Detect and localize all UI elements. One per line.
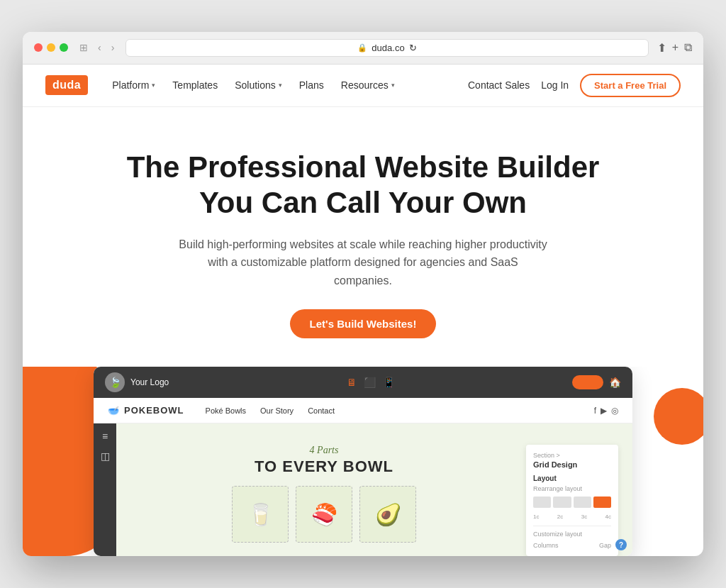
bowl-tagline: 4 Parts	[145, 445, 503, 456]
pokebowl-nav-link-3[interactable]: Contact	[308, 406, 335, 415]
browser-actions: ⬆ + ⧉	[657, 41, 692, 55]
nav-templates-label: Templates	[172, 79, 218, 91]
layout-cell-3col[interactable]	[574, 497, 591, 508]
traffic-light-yellow[interactable]	[47, 43, 55, 52]
nav-links: Platform ▾ Templates Solutions ▾ Plans R…	[105, 75, 468, 95]
panel-layout-label: Layout	[533, 475, 611, 482]
orange-pill-toggle[interactable]	[572, 375, 603, 389]
new-tab-icon[interactable]: +	[672, 41, 678, 55]
start-trial-button[interactable]: Start a Free Trial	[580, 74, 681, 97]
address-bar[interactable]: 🔒 duda.co ↻	[125, 39, 648, 57]
forward-button[interactable]: ›	[108, 40, 118, 55]
panel-breadcrumb: Section >	[533, 452, 611, 459]
nav-solutions[interactable]: Solutions ▾	[228, 75, 289, 95]
chevron-down-icon: ▾	[391, 82, 395, 89]
layout-cell-1col[interactable]	[533, 497, 551, 508]
headline-line2: You Can Call Your Own	[199, 186, 527, 219]
panel-columns-gap-row: Columns Gap	[533, 542, 611, 549]
mockup-device-icons: 🖥 ⬛ 📱	[347, 377, 395, 388]
mockup-chrome: 🍃 Your Logo 🖥 ⬛ 📱 🏠	[94, 367, 632, 398]
browser-controls: ⊞ ‹ ›	[77, 40, 117, 55]
nav-solutions-label: Solutions	[235, 79, 276, 91]
instagram-icon[interactable]: ◎	[611, 406, 618, 416]
mockup-right-icons: 🏠	[572, 375, 621, 389]
bowl-item-2: 🍣	[296, 486, 352, 543]
nav-platform-label: Platform	[112, 79, 149, 91]
panel-gap-label: Gap	[599, 542, 611, 549]
traffic-light-red[interactable]	[34, 43, 43, 52]
tablet-icon[interactable]: ⬛	[364, 377, 376, 388]
lock-icon: 🔒	[357, 43, 367, 52]
nav-platform[interactable]: Platform ▾	[105, 75, 162, 95]
mockup-nav: 🥣 POKEBOWL Poké Bowls Our Story Contact …	[94, 398, 632, 423]
panel-columns-label: Columns	[533, 542, 559, 549]
nav-right: Contact Sales Log In Start a Free Trial	[468, 74, 681, 97]
orange-blob-right	[654, 388, 703, 445]
mockup-main: 4 Parts TO EVERY BOWL 🥛 🍣 🥑	[130, 438, 518, 556]
help-button[interactable]: ?	[615, 539, 627, 550]
share-icon[interactable]: ⬆	[657, 41, 666, 55]
browser-mockup: 🍃 Your Logo 🖥 ⬛ 📱 🏠 🥣 POKEBOWL	[94, 367, 632, 556]
mockup-logo-area: 🍃 Your Logo	[105, 372, 169, 392]
pokebowl-social-icons: f ▶ ◎	[594, 406, 618, 416]
desktop-icon[interactable]: 🖥	[347, 377, 357, 388]
browser-window: ⊞ ‹ › 🔒 duda.co ↻ ⬆ + ⧉ duda Platform ▾ …	[23, 32, 703, 557]
styles-icon[interactable]: ◫	[101, 450, 110, 462]
layout-cell-4col[interactable]	[593, 497, 611, 508]
traffic-light-green[interactable]	[60, 43, 68, 52]
hero-section: The Professional Website Builder You Can…	[23, 107, 703, 367]
hero-headline: The Professional Website Builder You Can…	[45, 150, 681, 221]
chevron-down-icon: ▾	[279, 82, 282, 89]
headline-line1: The Professional Website Builder	[127, 150, 600, 184]
bowl-item-1: 🥛	[232, 486, 289, 543]
pokebowl-logo-icon: 🥣	[108, 405, 120, 416]
mockup-logo-text: Your Logo	[130, 377, 169, 387]
back-button[interactable]: ‹	[95, 40, 104, 55]
nav-plans[interactable]: Plans	[292, 75, 331, 95]
hero-cta-button[interactable]: Let's Build Websites!	[290, 309, 437, 338]
nav-resources-label: Resources	[341, 79, 389, 91]
mobile-icon[interactable]: 📱	[383, 377, 395, 388]
contact-sales-link[interactable]: Contact Sales	[468, 79, 530, 91]
label-1col: 1c	[533, 514, 539, 520]
nav-resources[interactable]: Resources ▾	[334, 75, 402, 95]
bowl-title: TO EVERY BOWL	[145, 457, 503, 476]
bowl-item-3: 🥑	[359, 486, 416, 543]
mockup-logo-circle: 🍃	[105, 372, 125, 392]
panel-divider	[533, 526, 611, 526]
design-panel: Section > Grid Design Layout Rearrange l…	[526, 445, 618, 556]
navbar: duda Platform ▾ Templates Solutions ▾ Pl…	[23, 65, 703, 107]
home-icon[interactable]: 🏠	[609, 377, 621, 388]
layout-labels: 1c 2c 3c 4c	[533, 514, 611, 520]
label-3col: 3c	[581, 514, 587, 520]
label-4col: 4c	[605, 514, 611, 520]
logo[interactable]: duda	[45, 75, 88, 95]
url-text: duda.co	[372, 43, 404, 53]
mockup-sidebar: ≡ ◫	[94, 423, 116, 556]
nav-plans-label: Plans	[299, 79, 324, 91]
panel-customize-label: Customize layout	[533, 531, 611, 538]
chevron-down-icon: ▾	[152, 82, 155, 89]
mockup-content: ≡ ◫ 4 Parts TO EVERY BOWL 🥛 🍣 🥑 Section …	[94, 423, 632, 556]
label-2col: 2c	[557, 514, 563, 520]
browser-chrome: ⊞ ‹ › 🔒 duda.co ↻ ⬆ + ⧉	[23, 32, 703, 65]
window-grid-icon[interactable]: ⊞	[77, 40, 91, 55]
refresh-button[interactable]: ↻	[409, 43, 417, 53]
pokebowl-logo-text: POKEBOWL	[124, 405, 184, 416]
traffic-lights	[34, 43, 68, 52]
demo-section: 🍃 Your Logo 🖥 ⬛ 📱 🏠 🥣 POKEBOWL	[23, 367, 703, 556]
bowl-items-grid: 🥛 🍣 🥑	[145, 486, 503, 543]
panel-title: Grid Design	[533, 460, 611, 469]
panel-rearrange-label: Rearrange layout	[533, 485, 611, 492]
pokebowl-nav-links: Poké Bowls Our Story Contact	[206, 406, 335, 415]
login-link[interactable]: Log In	[541, 79, 569, 91]
duplicate-icon[interactable]: ⧉	[684, 41, 692, 55]
nav-templates[interactable]: Templates	[165, 75, 225, 95]
facebook-icon[interactable]: f	[594, 406, 596, 416]
layout-cell-2col[interactable]	[553, 497, 571, 508]
youtube-icon[interactable]: ▶	[601, 406, 607, 416]
pokebowl-nav-link-1[interactable]: Poké Bowls	[206, 406, 246, 415]
hero-subtext: Build high-performing websites at scale …	[179, 235, 547, 290]
layers-icon[interactable]: ≡	[102, 431, 108, 442]
pokebowl-nav-link-2[interactable]: Our Story	[260, 406, 294, 415]
